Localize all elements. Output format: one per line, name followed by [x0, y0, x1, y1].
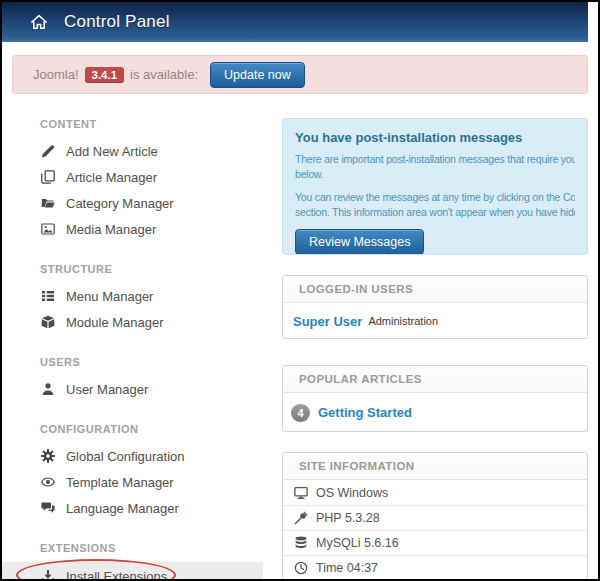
info-panel-title: You have post-installation messages — [295, 130, 575, 145]
cube-icon — [40, 315, 56, 329]
clock-icon — [293, 561, 308, 575]
site-info-label: PHP 5.3.28 — [316, 511, 380, 525]
logged-in-users-panel: LOGGED-IN USERS Super User Administratio… — [282, 275, 588, 339]
update-suffix: is available: — [130, 67, 198, 82]
info-panel-text: You can review the messages at any time … — [295, 190, 575, 205]
database-icon — [293, 536, 308, 550]
sidebar-item-label: Template Manager — [66, 475, 174, 490]
super-user-link[interactable]: Super User — [293, 314, 362, 329]
review-messages-button[interactable]: Review Messages — [295, 229, 424, 255]
post-installation-panel: You have post-installation messages Ther… — [282, 118, 588, 255]
sidebar-item-label: Menu Manager — [66, 289, 153, 304]
pencil-icon — [40, 144, 56, 158]
popular-article-row: 4 Getting Started — [283, 393, 587, 432]
sidebar-item-user-manager[interactable]: User Manager — [12, 376, 265, 402]
site-information-panel: SITE INFORMATION OS Windows PHP 5.3.28 — [282, 452, 588, 581]
sidebar-group-structure: STRUCTURE — [40, 263, 265, 275]
site-info-label: MySQLi 5.6.16 — [316, 536, 399, 550]
sidebar-item-label: Add New Article — [66, 144, 158, 159]
sidebar-item-label: Language Manager — [66, 501, 179, 516]
sidebar-item-label: Article Manager — [66, 170, 157, 185]
gear-icon — [40, 449, 56, 463]
sidebar-item-language-manager[interactable]: Language Manager — [12, 495, 265, 521]
sidebar-group-users: USERS — [40, 356, 265, 368]
info-panel-text: There are important post-installation me… — [295, 152, 575, 167]
eye-icon — [40, 475, 56, 489]
sidebar-item-label: Global Configuration — [66, 449, 185, 464]
sidebar-item-menu-manager[interactable]: Menu Manager — [12, 283, 265, 309]
sidebar-item-media-manager[interactable]: Media Manager — [12, 216, 265, 242]
update-prefix: Joomla! — [33, 67, 79, 82]
version-badge: 3.4.1 — [85, 67, 125, 83]
logged-in-user-row: Super User Administration — [283, 303, 587, 339]
update-notice: Joomla! 3.4.1 is available: Update now — [12, 55, 588, 94]
page-title: Control Panel — [64, 12, 170, 32]
sidebar-item-category-manager[interactable]: Category Manager — [12, 190, 265, 216]
folder-open-icon — [40, 196, 56, 210]
site-info-row-database: MySQLi 5.6.16 — [283, 530, 587, 555]
site-info-row-os: OS Windows — [283, 480, 587, 505]
image-icon — [40, 222, 56, 236]
copy-pages-icon — [40, 170, 56, 184]
site-info-row-time: Time 04:37 — [283, 555, 587, 580]
sidebar-group-content: CONTENT — [40, 118, 265, 130]
site-info-label: Time 04:37 — [316, 561, 378, 575]
plug-icon — [293, 511, 308, 525]
site-info-label: OS Windows — [316, 486, 388, 500]
admin-header: Control Panel — [2, 2, 588, 42]
monitor-icon — [293, 486, 308, 500]
sidebar-item-global-configuration[interactable]: Global Configuration — [12, 443, 265, 469]
sidebar-item-add-new-article[interactable]: Add New Article — [12, 138, 265, 164]
sidebar-group-configuration: CONFIGURATION — [40, 423, 265, 435]
sidebar-group-extensions: EXTENSIONS — [40, 542, 265, 554]
info-panel-text: section. This information area won't app… — [295, 205, 575, 220]
user-icon — [40, 382, 56, 396]
download-icon — [40, 569, 56, 581]
comments-icon — [40, 501, 56, 515]
info-panel-text: below. — [295, 167, 575, 182]
sidebar-item-label: Media Manager — [66, 222, 156, 237]
sidebar-item-label: User Manager — [66, 382, 148, 397]
sidebar-item-label: Module Manager — [66, 315, 164, 330]
site-info-row-php: PHP 5.3.28 — [283, 505, 587, 530]
sidebar-item-label: Category Manager — [66, 196, 174, 211]
home-icon[interactable] — [30, 14, 48, 30]
article-link[interactable]: Getting Started — [318, 405, 412, 420]
panel-header: SITE INFORMATION — [283, 453, 587, 480]
user-scope-label: Administration — [368, 315, 438, 327]
sidebar-item-label: Install Extensions — [66, 569, 167, 581]
popular-articles-panel: POPULAR ARTICLES 4 Getting Started — [282, 365, 588, 432]
sidebar-item-module-manager[interactable]: Module Manager — [12, 309, 265, 335]
list-icon — [40, 289, 56, 303]
update-now-button[interactable]: Update now — [210, 62, 305, 88]
panel-header: LOGGED-IN USERS — [283, 276, 587, 303]
panel-header: POPULAR ARTICLES — [283, 366, 587, 393]
hits-count-badge: 4 — [291, 404, 310, 422]
sidebar-item-article-manager[interactable]: Article Manager — [12, 164, 265, 190]
admin-sidebar: CONTENT Add New Article Article Manager — [12, 108, 265, 581]
screenshot-frame: Control Panel Joomla! 3.4.1 is available… — [0, 0, 600, 581]
sidebar-item-install-extensions[interactable]: Install Extensions — [2, 562, 263, 581]
sidebar-item-template-manager[interactable]: Template Manager — [12, 469, 265, 495]
